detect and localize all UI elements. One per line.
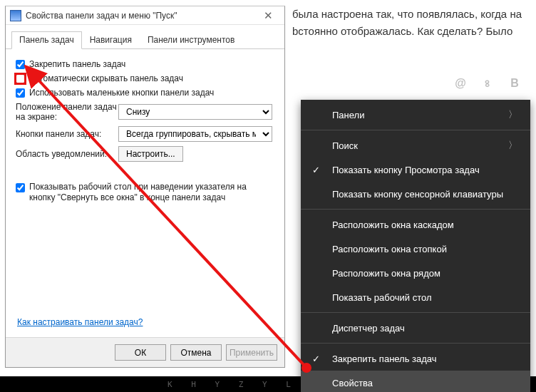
menu-search-label: Поиск — [332, 140, 358, 151]
dialog-button-row: ОК Отмена Применить — [6, 337, 284, 367]
tab-taskbar[interactable]: Панель задач — [11, 31, 82, 49]
menu-separator — [301, 343, 530, 344]
vk-icon[interactable]: В — [509, 77, 520, 90]
checkbox-peek-desktop-label: Показывать рабочий стол при наведении ук… — [29, 182, 274, 203]
check-icon: ✓ — [312, 165, 320, 175]
menu-properties-label: Свойства — [332, 378, 373, 388]
menu-separator — [301, 130, 530, 130]
share-icon-row: @ ৪ В — [455, 77, 520, 90]
menu-cascade-label: Расположить окна каскадом — [332, 220, 454, 230]
menu-stacked-label: Расположить окна стопкой — [332, 244, 447, 254]
cancel-button[interactable]: Отмена — [170, 344, 222, 361]
checkbox-small-buttons[interactable]: Использовать маленькие кнопки панели зад… — [16, 88, 274, 98]
notification-area-row: Область уведомлений: Настроить... — [16, 146, 274, 162]
menu-stacked[interactable]: Расположить окна стопкой — [301, 237, 530, 261]
titlebar: Свойства панели задач и меню "Пуск" ✕ — [6, 6, 284, 25]
ok-icon[interactable]: ৪ — [482, 77, 493, 90]
menu-side-by-side[interactable]: Расположить окна рядом — [301, 261, 530, 285]
window-icon — [10, 10, 21, 21]
menu-search[interactable]: Поиск 〉 — [301, 133, 530, 158]
taskbar-buttons-row: Кнопки панели задач: Всегда группировать… — [16, 126, 274, 142]
apply-button[interactable]: Применить — [226, 344, 277, 361]
taskbar-properties-dialog: Свойства панели задач и меню "Пуск" ✕ Па… — [5, 6, 285, 368]
checkbox-lock-taskbar[interactable]: Закрепить панель задач — [16, 59, 274, 69]
at-icon[interactable]: @ — [455, 77, 466, 90]
taskbar-context-menu: Панели 〉 Поиск 〉 ✓ Показать кнопку Просм… — [301, 100, 530, 392]
menu-lock-taskbar-label: Закрепить панель задач — [332, 354, 437, 364]
menu-touch-keyboard[interactable]: Показать кнопку сенсорной клавиатуры — [301, 182, 530, 206]
ok-button[interactable]: ОК — [115, 344, 166, 361]
checkbox-lock-taskbar-label: Закрепить панель задач — [29, 59, 125, 69]
help-link[interactable]: Как настраивать панели задач? — [17, 317, 143, 327]
notification-area-configure-button[interactable]: Настроить... — [118, 146, 183, 162]
menu-separator — [301, 312, 530, 313]
menu-task-manager[interactable]: Диспетчер задач — [301, 316, 530, 340]
chevron-right-icon: 〉 — [508, 108, 517, 121]
menu-touch-keyboard-label: Показать кнопку сенсорной клавиатуры — [332, 189, 503, 200]
tab-panel-taskbar: Закрепить панель задач Автоматически скр… — [6, 49, 284, 210]
menu-side-by-side-label: Расположить окна рядом — [332, 268, 440, 279]
menu-panels-label: Панели — [332, 110, 364, 120]
checkbox-lock-taskbar-input[interactable] — [16, 60, 25, 69]
menu-lock-taskbar[interactable]: ✓ Закрепить панель задач — [301, 346, 530, 371]
menu-properties[interactable]: Свойства — [301, 371, 530, 392]
menu-separator — [301, 209, 530, 210]
menu-cascade[interactable]: Расположить окна каскадом — [301, 212, 530, 237]
checkbox-peek-desktop-input[interactable] — [16, 183, 25, 192]
menu-show-desktop-label: Показать рабочий стол — [332, 292, 431, 303]
checkbox-small-buttons-label: Использовать маленькие кнопки панели зад… — [29, 88, 214, 98]
close-button[interactable]: ✕ — [254, 9, 282, 23]
taskbar-buttons-label: Кнопки панели задач: — [16, 129, 118, 139]
taskbar-position-row: Положение панели задач на экране: Снизу — [16, 102, 274, 122]
background-text: была настроена так, что появлялась, когд… — [292, 6, 529, 40]
menu-panels[interactable]: Панели 〉 — [301, 103, 530, 127]
checkbox-autohide-taskbar-label: Автоматически скрывать панель задач — [29, 73, 183, 83]
checkbox-peek-desktop[interactable]: Показывать рабочий стол при наведении ук… — [16, 182, 274, 203]
checkbox-small-buttons-input[interactable] — [16, 88, 25, 98]
taskbar-position-label: Положение панели задач на экране: — [16, 102, 118, 122]
check-icon: ✓ — [312, 354, 320, 364]
menu-taskview-label: Показать кнопку Просмотра задач — [332, 165, 480, 175]
checkbox-autohide-taskbar-input[interactable] — [16, 74, 25, 83]
taskbar-position-select[interactable]: Снизу — [118, 104, 272, 120]
menu-taskview[interactable]: ✓ Показать кнопку Просмотра задач — [301, 158, 530, 182]
menu-task-manager-label: Диспетчер задач — [332, 323, 405, 334]
taskbar-buttons-select[interactable]: Всегда группировать, скрывать метки — [118, 126, 272, 142]
notification-area-label: Область уведомлений: — [16, 149, 118, 159]
checkbox-autohide-taskbar[interactable]: Автоматически скрывать панель задач — [16, 73, 274, 83]
tab-navigation[interactable]: Навигация — [82, 31, 140, 49]
tab-row: Панель задач Навигация Панели инструмент… — [6, 25, 284, 49]
menu-show-desktop[interactable]: Показать рабочий стол — [301, 285, 530, 309]
window-title: Свойства панели задач и меню "Пуск" — [26, 11, 254, 21]
chevron-right-icon: 〉 — [508, 139, 517, 152]
tab-toolbars[interactable]: Панели инструментов — [140, 31, 242, 49]
